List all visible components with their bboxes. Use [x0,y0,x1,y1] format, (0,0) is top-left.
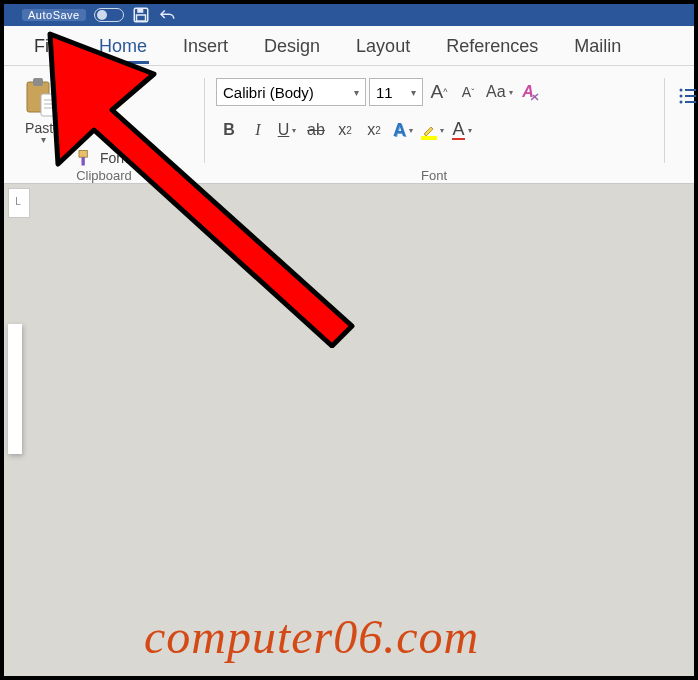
font-color-button[interactable]: A▾ [449,116,475,144]
title-bar: AutoSave [4,4,694,26]
quick-access-toolbar: AutoSave [4,4,176,26]
tab-design[interactable]: Design [246,26,338,65]
paste-icon [23,76,63,118]
clipboard-group: Paste ▾ C [4,72,204,183]
svg-point-17 [680,95,683,98]
chevron-down-icon[interactable]: ▾ [354,87,359,98]
svg-point-15 [680,89,683,92]
format-painter-button[interactable]: Format P [74,146,158,170]
tab-file[interactable]: File [16,26,81,65]
tab-insert[interactable]: Insert [165,26,246,65]
svg-rect-12 [82,122,92,134]
paste-button[interactable]: Paste ▾ [16,76,70,170]
autosave-label: AutoSave [22,9,86,21]
bullets-button[interactable] [676,84,684,108]
svg-rect-14 [82,157,85,165]
superscript-button[interactable]: x2 [361,116,387,144]
svg-rect-4 [33,78,43,86]
svg-rect-2 [136,15,145,21]
font-size-combo[interactable]: 11 ▾ [369,78,423,106]
undo-icon[interactable] [158,6,176,24]
chevron-down-icon[interactable]: ▾ [16,134,70,145]
text-highlight-button[interactable]: A ▾ [419,116,446,144]
underline-button[interactable]: U▾ [274,116,300,144]
copy-icon [74,115,94,135]
copy-button[interactable] [74,113,158,137]
tab-layout[interactable]: Layout [338,26,428,65]
clear-formatting-button[interactable]: A [518,78,544,106]
svg-rect-1 [137,8,143,13]
autosave-toggle[interactable] [94,8,124,22]
change-case-button[interactable]: Aa▾ [484,78,515,106]
subscript-button[interactable]: x2 [332,116,358,144]
chevron-down-icon[interactable]: ▾ [411,87,416,98]
scissors-icon [74,82,94,102]
paragraph-group-partial [664,72,694,183]
format-painter-icon [74,148,94,168]
bold-button[interactable]: B [216,116,242,144]
shrink-font-button[interactable]: Aˇ [455,78,481,106]
strikethrough-button[interactable]: ab [303,116,329,144]
document-page-edge [8,324,22,454]
bullets-icon [676,84,698,108]
tab-references[interactable]: References [428,26,556,65]
save-icon[interactable] [132,6,150,24]
font-name-combo[interactable]: Calibri (Body) ▾ [216,78,366,106]
clipboard-group-label: Clipboard [4,168,204,183]
italic-button[interactable]: I [245,116,271,144]
svg-rect-13 [79,151,87,158]
font-group: Calibri (Body) ▾ 11 ▾ A^ Aˇ Aa▾ A [204,72,664,183]
grow-font-button[interactable]: A^ [426,78,452,106]
ribbon: Paste ▾ C [4,66,694,184]
ruler-corner: L [8,188,30,218]
ribbon-tabs: File Home Insert Design Layout Reference… [4,26,694,66]
svg-point-19 [680,101,683,104]
watermark-text: computer06.com [144,609,479,664]
font-group-label: Font [204,168,664,183]
tab-mailings[interactable]: Mailin [556,26,639,65]
cut-button[interactable]: C [74,80,158,104]
text-effects-button[interactable]: A▾ [390,116,416,144]
svg-rect-5 [41,94,59,116]
tab-home[interactable]: Home [81,26,165,65]
word-window: AutoSave File Home Insert Design Layout … [0,0,698,680]
